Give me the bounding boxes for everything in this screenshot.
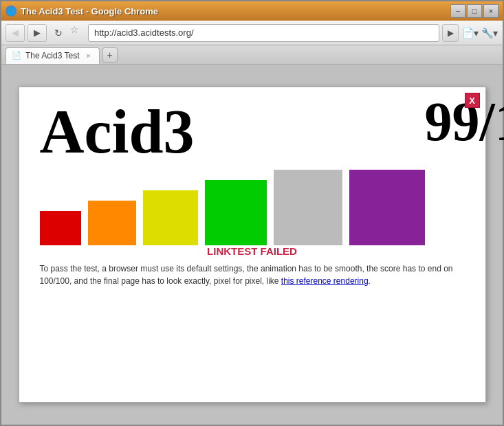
browser-window: 🌐 The Acid3 Test - Google Chrome − □ × ◀… [0,0,504,426]
close-button[interactable]: × [483,4,498,18]
tab-favicon: 📄 [12,51,21,60]
acid3-title: Acid3 [40,101,425,163]
back-button[interactable]: ◀ [6,24,25,42]
reference-rendering-link[interactable]: this reference rendering [281,276,369,286]
maximize-button[interactable]: □ [467,4,482,18]
main-section: Acid3 99/100 [40,101,465,245]
window-icon: 🌐 [6,5,17,16]
tools-menu-button[interactable]: 🔧▾ [481,24,498,42]
web-page: X Acid3 99/100 [19,87,486,403]
description-part1: To pass the test, a browser must use its… [40,264,453,286]
refresh-button[interactable]: ↻ [50,24,67,42]
title-bar: 🌐 The Acid3 Test - Google Chrome − □ × [1,1,503,21]
content-area: X Acid3 99/100 [1,65,503,425]
toolbar-right: 📄▾ 🔧▾ [461,24,498,42]
color-box-gray [274,170,342,245]
color-box-green [205,180,267,245]
description-text: To pass the test, a browser must use its… [40,262,465,287]
window-controls: − □ × [450,4,498,18]
new-tab-button[interactable]: + [102,47,118,63]
tab-label: The Acid3 Test [25,51,80,60]
title-bar-left: 🌐 The Acid3 Test - Google Chrome [6,5,158,16]
tab-bar: 📄 The Acid3 Test × + [1,45,503,65]
color-box-red [40,211,81,245]
go-button[interactable]: ▶ [442,24,459,42]
color-box-purple [349,170,425,245]
bookmark-star[interactable]: ☆ [70,24,85,42]
minimize-button[interactable]: − [450,4,465,18]
page-close-x[interactable]: X [465,93,480,108]
linktest-status: LINKTEST FAILED [40,245,465,257]
color-box-orange [88,201,136,245]
address-bar[interactable] [88,24,439,42]
window-title: The Acid3 Test - Google Chrome [21,6,158,16]
page-menu-button[interactable]: 📄▾ [461,24,479,42]
color-boxes [40,170,425,245]
forward-button[interactable]: ▶ [28,24,47,42]
right-section: 99/100 [425,101,505,149]
left-section: Acid3 [40,101,425,245]
color-box-yellow [143,190,198,245]
tab-acid3[interactable]: 📄 The Acid3 Test × [6,47,100,64]
description-part2: . [369,276,371,286]
tab-close-button[interactable]: × [84,51,94,60]
toolbar: ◀ ▶ ↻ ☆ ▶ 📄▾ 🔧▾ [1,21,503,45]
